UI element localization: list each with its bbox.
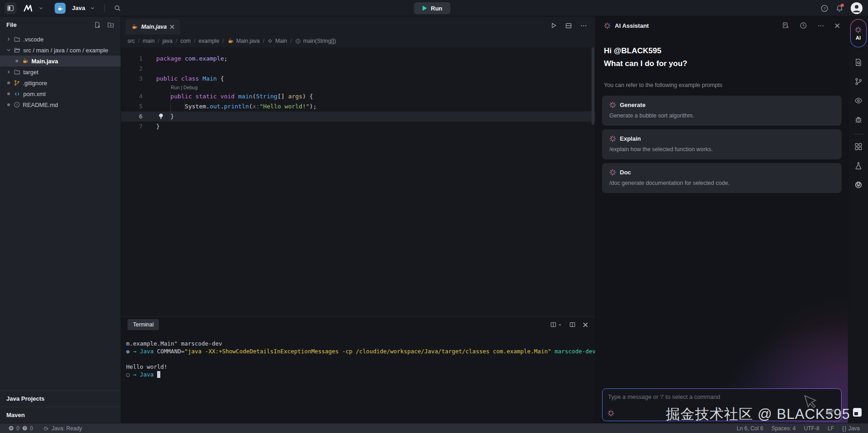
sidebar-section-java-projects[interactable]: Java Projects bbox=[0, 390, 121, 407]
maximize-panel-icon[interactable] bbox=[569, 321, 576, 328]
search-icon[interactable] bbox=[114, 5, 121, 12]
breadcrumb-item[interactable]: src bbox=[128, 38, 135, 44]
ai-more-icon[interactable] bbox=[817, 22, 824, 29]
file-label: README.md bbox=[23, 102, 58, 108]
breadcrumb-item[interactable]: java bbox=[163, 38, 173, 44]
code-icon bbox=[14, 91, 20, 97]
run-file-icon[interactable] bbox=[551, 22, 557, 29]
tab-close-icon[interactable] bbox=[170, 25, 174, 29]
more-actions-icon[interactable] bbox=[580, 22, 587, 29]
code-editor[interactable]: 1package com.example;23public class Main… bbox=[121, 47, 595, 316]
code-line-5[interactable]: 5 System.out.println(x:"Hello world!"); bbox=[121, 102, 595, 112]
status-bar: 0 0 Java: Ready Ln 6, Col 6 Spaces: 4 UT… bbox=[0, 423, 868, 433]
toggle-sidebar-button[interactable] bbox=[5, 2, 16, 14]
terminal-line: m.example.Main" marscode-dev bbox=[126, 340, 596, 347]
file-label: Main.java bbox=[31, 58, 58, 65]
breadcrumb-item[interactable]: com bbox=[180, 38, 191, 44]
ai-prompt-card-doc[interactable]: Doc/doc generate documentation for selec… bbox=[602, 163, 842, 193]
file-status-dot bbox=[7, 82, 10, 84]
language-mode[interactable]: { } Java bbox=[842, 425, 860, 432]
marscode-logo-icon[interactable] bbox=[24, 4, 34, 12]
notifications-bell-icon[interactable] bbox=[836, 5, 843, 12]
editor-scrollbar[interactable] bbox=[592, 47, 594, 316]
split-editor-icon[interactable] bbox=[565, 22, 572, 29]
terminal-line: ● → Java COMMAND="java -XX:+ShowCodeDeta… bbox=[126, 347, 596, 355]
new-folder-icon[interactable] bbox=[107, 21, 114, 28]
logo-chevron-icon[interactable] bbox=[38, 5, 44, 11]
ai-commands-icon[interactable] bbox=[608, 410, 614, 417]
topbar-divider bbox=[104, 5, 105, 12]
indentation[interactable]: Spaces: 4 bbox=[771, 425, 796, 432]
editor-tab-bar: Main.java bbox=[121, 16, 595, 35]
tab-main-java[interactable]: Main.java bbox=[126, 19, 180, 35]
file-search-icon[interactable] bbox=[854, 58, 863, 66]
help-icon[interactable]: ? bbox=[821, 5, 828, 12]
close-ai-panel-icon[interactable] bbox=[835, 23, 840, 28]
ai-sparkle-icon bbox=[604, 22, 611, 29]
new-chat-icon[interactable] bbox=[782, 22, 789, 29]
codelens-run-debug: Run | Debug bbox=[121, 84, 595, 92]
file-tree-item-pom-xml[interactable]: pom.xml bbox=[0, 88, 121, 99]
git-icon bbox=[14, 80, 20, 86]
file-tree-item-src-main-java-com-example[interactable]: src / main / java / com / example bbox=[0, 45, 121, 56]
code-line-6[interactable]: 6 } bbox=[121, 112, 595, 122]
breadcrumb-item[interactable]: main(String[]) bbox=[295, 38, 336, 44]
sparkle-icon bbox=[609, 135, 616, 142]
problems-indicator[interactable]: 0 0 bbox=[8, 425, 33, 432]
extensions-grid-icon[interactable] bbox=[854, 143, 863, 151]
new-file-icon[interactable] bbox=[94, 21, 101, 28]
test-flask-icon[interactable] bbox=[854, 162, 863, 170]
terminal-line bbox=[126, 355, 596, 363]
java-icon bbox=[22, 58, 29, 64]
ai-input-container bbox=[602, 388, 842, 421]
file-tree-item-target[interactable]: target bbox=[0, 66, 121, 77]
code-line-7[interactable]: 7} bbox=[121, 122, 595, 132]
braces-icon: { } bbox=[842, 425, 846, 432]
breadcrumb-item[interactable]: Main bbox=[267, 38, 287, 44]
terminal-tab[interactable]: Terminal bbox=[128, 319, 159, 330]
workspace-chevron-icon[interactable] bbox=[90, 5, 95, 11]
codelens-run-link[interactable]: Run bbox=[171, 85, 179, 90]
folder-icon bbox=[14, 36, 20, 42]
activity-ai-assistant[interactable]: AI bbox=[850, 19, 867, 47]
ai-prompt-card-explain[interactable]: Explain/explain how the selected functio… bbox=[602, 129, 842, 159]
file-tree-item--vscode[interactable]: .vscode bbox=[0, 34, 121, 45]
error-count: 0 bbox=[16, 425, 20, 432]
ai-prompt-card-generate[interactable]: GenerateGenerate a bubble sort algorithm… bbox=[602, 96, 842, 126]
source-control-icon[interactable] bbox=[854, 77, 863, 86]
activity-bar-divider bbox=[853, 134, 863, 134]
eol-sequence[interactable]: LF bbox=[827, 425, 834, 432]
user-avatar[interactable] bbox=[851, 2, 863, 14]
workspace-name[interactable]: Java bbox=[72, 5, 85, 11]
ai-message-input[interactable] bbox=[602, 389, 841, 409]
breadcrumb-item[interactable]: main bbox=[143, 38, 154, 44]
close-panel-icon[interactable] bbox=[583, 322, 588, 327]
cursor-position[interactable]: Ln 6, Col 6 bbox=[737, 425, 763, 432]
editor-area: Main.java src/main/java/com/example/Main… bbox=[121, 16, 595, 423]
send-message-icon[interactable] bbox=[826, 406, 837, 417]
terminal-output[interactable]: m.example.Main" marscode-dev● → Java COM… bbox=[121, 332, 596, 423]
codelens-debug-link[interactable]: Debug bbox=[184, 85, 198, 90]
encoding[interactable]: UTF-8 bbox=[804, 425, 819, 432]
java-status[interactable]: Java: Ready bbox=[43, 425, 82, 432]
sidebar-section-maven[interactable]: Maven bbox=[0, 407, 121, 423]
code-line-1[interactable]: 1package com.example; bbox=[121, 54, 595, 64]
file-tree-item-main-java[interactable]: Main.java bbox=[0, 56, 121, 66]
code-line-2[interactable]: 2 bbox=[121, 64, 595, 74]
run-button[interactable]: Run bbox=[414, 2, 450, 14]
code-review-eye-icon[interactable] bbox=[854, 97, 863, 105]
file-panel-title: File bbox=[6, 21, 87, 28]
java-workspace-icon[interactable] bbox=[55, 3, 66, 14]
ai-greeting-question: What can I do for you? bbox=[604, 57, 840, 70]
breadcrumb-item[interactable]: Main.java bbox=[227, 38, 260, 44]
debug-bug-icon[interactable] bbox=[854, 116, 863, 124]
code-line-4[interactable]: 4 public static void main(String[] args)… bbox=[121, 92, 595, 102]
breadcrumb-item[interactable]: example bbox=[199, 38, 219, 44]
split-terminal-icon[interactable] bbox=[550, 321, 562, 328]
file-tree-item-readme-md[interactable]: ?README.md bbox=[0, 99, 121, 110]
code-line-3[interactable]: 3public class Main { bbox=[121, 74, 595, 84]
file-tree-item--gitignore[interactable]: .gitignore bbox=[0, 77, 121, 88]
play-icon bbox=[422, 5, 427, 11]
chat-history-icon[interactable] bbox=[800, 22, 807, 29]
plugin-power-icon[interactable] bbox=[854, 181, 863, 189]
